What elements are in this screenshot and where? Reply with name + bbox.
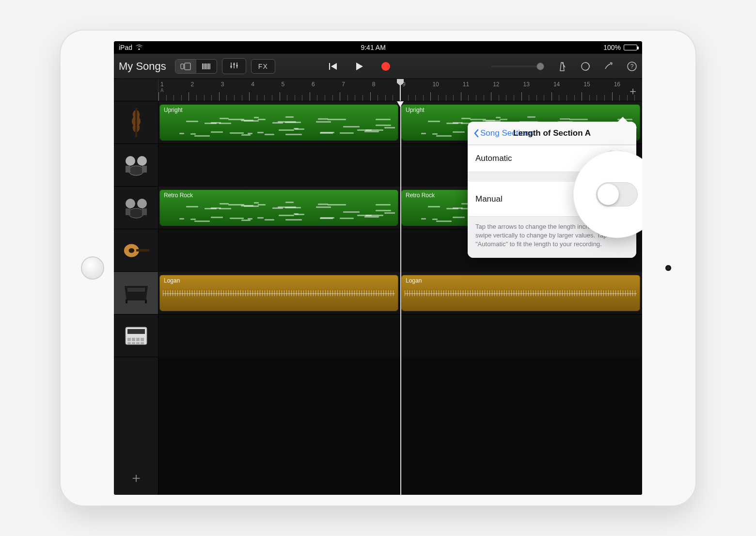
screen: iPad 9:41 AM 100% My Songs (114, 41, 642, 495)
track-header[interactable] (114, 272, 158, 315)
svg-rect-13 (236, 65, 237, 66)
automatic-label: Automatic (475, 154, 512, 163)
svg-rect-28 (126, 208, 130, 215)
popover-header: Song Sections Length of Section A (468, 122, 636, 145)
go-to-start-button[interactable] (328, 62, 338, 71)
svg-rect-42 (132, 342, 135, 344)
bar-label: 5 (282, 81, 285, 88)
battery-label: 100% (603, 44, 621, 51)
svg-rect-19 (135, 108, 137, 137)
wifi-icon (135, 45, 143, 50)
svg-rect-5 (206, 63, 207, 69)
region[interactable]: Upright (159, 104, 398, 141)
svg-text:?: ? (630, 63, 634, 70)
bar-label: 11 (463, 81, 469, 88)
track-header[interactable] (114, 101, 158, 144)
track-header[interactable] (114, 144, 158, 187)
magnified-automatic-toggle (596, 182, 638, 206)
bar-label: 14 (553, 81, 560, 88)
ipad-frame: iPad 9:41 AM 100% My Songs (61, 31, 695, 505)
svg-rect-34 (126, 300, 127, 303)
bar-label: 8 (372, 81, 376, 88)
region[interactable]: Retro Rock (159, 189, 398, 226)
add-track-button[interactable]: ＋ (114, 461, 158, 495)
svg-rect-39 (136, 338, 140, 341)
region[interactable]: Logan (159, 275, 398, 311)
piano-icon (122, 279, 150, 307)
device-label: iPad (119, 44, 132, 51)
svg-rect-24 (142, 166, 147, 173)
drummachine-icon (122, 322, 150, 350)
help-icon[interactable]: ? (627, 61, 637, 72)
section-letter: A (160, 88, 164, 93)
loop-browser-icon[interactable] (580, 61, 591, 72)
svg-rect-7 (209, 63, 210, 69)
playhead[interactable] (400, 101, 401, 495)
bar-label: 16 (614, 81, 620, 88)
region-label: Upright (164, 107, 183, 113)
region-label: Logan (406, 277, 422, 284)
svg-rect-12 (233, 63, 235, 65)
master-volume-slider[interactable] (491, 65, 544, 67)
chevron-left-icon (473, 129, 479, 138)
svg-rect-17 (400, 85, 401, 101)
bar-label: 13 (523, 81, 530, 88)
bar-label: 7 (342, 81, 345, 88)
svg-point-21 (137, 156, 147, 166)
add-section-button[interactable]: ＋ (628, 84, 638, 98)
timeline-ruler[interactable]: ＋ 1A2345678910111213141516 (114, 79, 642, 101)
ruler-track[interactable]: ＋ 1A2345678910111213141516 (158, 79, 642, 101)
svg-rect-38 (132, 338, 135, 341)
bar-label: 10 (432, 81, 439, 88)
svg-rect-43 (136, 342, 140, 344)
svg-rect-32 (136, 249, 149, 252)
svg-rect-3 (204, 63, 205, 69)
svg-point-20 (126, 156, 135, 166)
track-lanes[interactable]: Song Sections Length of Section A Automa… (158, 101, 642, 495)
settings-icon[interactable] (603, 61, 614, 72)
svg-rect-4 (205, 63, 206, 69)
clock: 9:41 AM (361, 44, 385, 51)
track-header[interactable] (114, 315, 158, 357)
svg-point-26 (137, 199, 147, 208)
track-header[interactable] (114, 229, 158, 272)
region-label: Logan (164, 277, 180, 284)
home-button[interactable] (81, 256, 104, 280)
popover-title: Length of Section A (513, 128, 591, 138)
bar-label: 12 (493, 81, 499, 88)
bar-label: 2 (190, 81, 194, 88)
fx-button[interactable]: FX (251, 59, 275, 74)
svg-rect-1 (185, 63, 190, 70)
drums-icon (122, 151, 150, 179)
bar-label: 1 (160, 81, 164, 88)
svg-point-25 (126, 199, 135, 208)
metronome-icon[interactable] (557, 61, 567, 72)
svg-rect-35 (145, 300, 147, 303)
status-bar: iPad 9:41 AM 100% (114, 41, 642, 54)
region-label: Retro Rock (164, 192, 193, 199)
svg-rect-40 (141, 338, 144, 341)
play-button[interactable] (355, 62, 364, 71)
my-songs-button[interactable]: My Songs (119, 60, 166, 73)
svg-rect-23 (126, 166, 130, 173)
region[interactable]: Logan (401, 275, 640, 311)
view-segmented-control[interactable] (175, 59, 217, 74)
svg-rect-6 (208, 63, 209, 69)
tracks-view-button[interactable] (175, 60, 196, 73)
app-toolbar: My Songs FX (114, 54, 642, 79)
svg-point-31 (128, 248, 134, 253)
svg-marker-18 (397, 79, 404, 86)
cello-icon (122, 109, 150, 137)
svg-rect-37 (127, 338, 131, 341)
instrument-view-button[interactable] (196, 60, 217, 73)
track-controls-button[interactable] (222, 58, 246, 74)
bar-label: 3 (221, 81, 224, 88)
ruler-gutter (114, 79, 158, 101)
record-button[interactable] (381, 62, 390, 71)
svg-point-27 (128, 208, 144, 218)
front-camera (665, 265, 671, 271)
playhead-marker[interactable] (400, 79, 408, 101)
track-header[interactable] (114, 187, 158, 229)
bar-label: 6 (312, 81, 315, 88)
region-label: Upright (406, 107, 425, 113)
